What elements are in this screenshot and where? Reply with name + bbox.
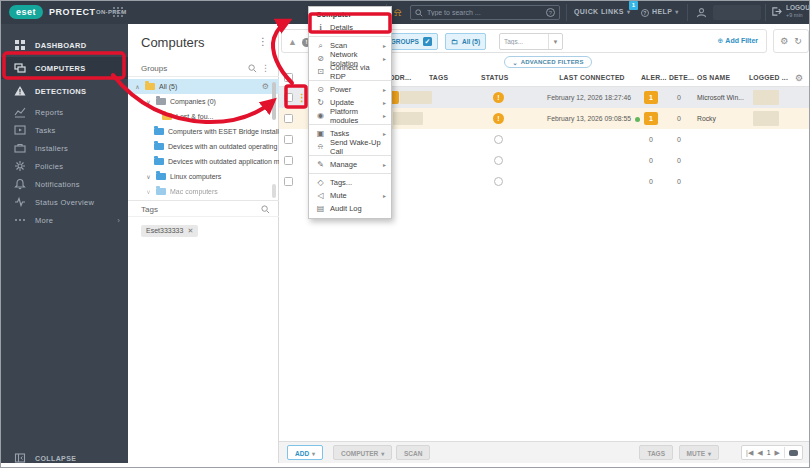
chevron-down-icon[interactable] — [145, 173, 152, 180]
checkbox-checked-icon[interactable]: ✓ — [423, 37, 432, 46]
tags-button[interactable]: TAGS — [639, 445, 673, 460]
prev-page-icon[interactable]: ◀ — [757, 449, 762, 457]
menu-item-manage[interactable]: ✎Manage — [309, 158, 391, 171]
tree-item-eset-bridge[interactable]: Computers with ESET Bridge installed — [128, 124, 279, 139]
menu-item-audit-log[interactable]: ▤Audit Log — [309, 202, 391, 215]
tree-item-linux[interactable]: Linux computers — [128, 169, 279, 184]
computer-button[interactable]: COMPUTER — [333, 445, 392, 460]
advanced-filters-button[interactable]: ⌄ ADVANCED FILTERS — [504, 56, 592, 68]
row-checkbox[interactable] — [284, 135, 293, 144]
groups-menu-button[interactable]: ⋮ — [261, 63, 270, 73]
bell-icon[interactable]: ⍾ — [394, 5, 401, 19]
detections-count: 0 — [672, 157, 686, 164]
search-help-icon[interactable]: ? — [546, 8, 555, 17]
collapse-icon — [14, 452, 26, 464]
tree-item-outdated-modules[interactable]: Devices with outdated application mo... — [128, 154, 279, 169]
col-last-connected[interactable]: LAST CONNECTED — [536, 74, 648, 81]
scrollbar-thumb[interactable] — [272, 82, 276, 120]
sidebar-item-detections[interactable]: DETECTIONS — [1, 80, 128, 102]
computers-icon — [14, 62, 26, 74]
logout-icon — [771, 6, 782, 17]
sidebar-item-notifications[interactable]: Notifications — [1, 175, 128, 193]
menu-item-details[interactable]: iDetails — [309, 21, 391, 34]
session-timer: +9 min — [786, 12, 810, 18]
tags-filter-input[interactable] — [500, 38, 540, 45]
gear-icon[interactable]: ⚙ — [262, 82, 269, 91]
alerts-count: 0 — [644, 157, 658, 164]
help-menu[interactable]: ?HELP — [641, 8, 679, 17]
sidebar-item-more[interactable]: More › — [1, 211, 128, 229]
sidebar-item-status-overview[interactable]: Status Overview — [1, 193, 128, 211]
menu-item-power[interactable]: ⊙Power — [309, 83, 391, 96]
row-checkbox[interactable] — [284, 177, 293, 186]
row-checkbox[interactable] — [284, 114, 293, 123]
col-tags[interactable]: TAGS — [429, 74, 448, 81]
tree-item-all[interactable]: All (5) ⚙ — [128, 79, 279, 94]
refresh-icon[interactable]: ↻ — [794, 36, 802, 46]
global-search[interactable]: ? — [410, 5, 560, 20]
feedback-icon[interactable] — [789, 450, 798, 456]
scan-button[interactable]: SCAN — [396, 445, 430, 460]
tree-item-companies[interactable]: Companies (0) — [128, 94, 279, 109]
tree-item-mac[interactable]: Mac computers — [128, 184, 279, 199]
groups-header: Groups ⋮ — [128, 60, 279, 77]
col-logged[interactable]: LOGGED ... — [749, 74, 788, 81]
chevron-down-icon[interactable] — [145, 98, 152, 105]
more-icon — [14, 214, 26, 226]
col-status[interactable]: STATUS — [481, 74, 508, 81]
chevron-down-icon[interactable]: ▼ — [548, 34, 562, 49]
tags-search-icon[interactable] — [261, 205, 270, 214]
page-number: 1 — [767, 449, 771, 456]
search-icon — [415, 9, 423, 17]
add-filter-button[interactable]: ⊕Add Filter — [717, 37, 758, 45]
select-all-checkbox[interactable] — [284, 73, 293, 82]
app-grid-icon[interactable] — [113, 7, 124, 18]
chevron-down-icon[interactable] — [145, 188, 152, 195]
tags-filter[interactable]: ▼ — [499, 33, 563, 50]
product-name: PROTECT — [49, 7, 96, 17]
sidebar-item-tasks[interactable]: Tasks — [1, 121, 128, 139]
warning-filter-icon[interactable]: ▲ — [288, 37, 297, 47]
col-os-name[interactable]: OS NAME — [697, 74, 730, 81]
quick-links-menu[interactable]: QUICK LINKS — [574, 8, 630, 15]
sidebar-item-policies[interactable]: Policies — [1, 157, 128, 175]
chevron-up-icon[interactable] — [134, 83, 141, 90]
group-filter-chip[interactable]: 🗀 All (5) — [445, 33, 486, 50]
tree-item-lost-found[interactable]: Lost & fou... — [128, 109, 279, 124]
scrollbar-thumb[interactable] — [272, 184, 276, 198]
search-input[interactable] — [427, 9, 542, 16]
menu-item-wake-up-call[interactable]: ⍾Send Wake-Up Call — [309, 140, 391, 153]
sidebar-item-computers[interactable]: COMPUTERS — [1, 57, 128, 79]
add-button[interactable]: ADD — [287, 445, 323, 460]
dynamic-group-icon — [154, 158, 164, 165]
logout-button[interactable]: LOGOUT +9 min — [771, 4, 810, 18]
groups-search-icon[interactable] — [248, 64, 257, 73]
menu-item-connect-rdp[interactable]: ⊡Connect via RDP — [309, 65, 391, 78]
status-empty-icon — [494, 156, 503, 165]
tag-chip[interactable]: Eset333333✕ — [141, 225, 198, 237]
next-page-icon[interactable]: ▶ — [775, 449, 780, 457]
gear-icon[interactable]: ⚙ — [795, 73, 803, 83]
sidebar-item-reports[interactable]: Reports — [1, 103, 128, 121]
row-checkbox[interactable] — [284, 156, 293, 165]
user-icon[interactable] — [696, 7, 707, 18]
first-page-icon[interactable]: |◀ — [746, 449, 753, 457]
col-alerts[interactable]: ALER... — [641, 74, 667, 81]
collapse-button[interactable]: COLLAPSE — [1, 448, 128, 468]
panel-menu-button[interactable]: ⋮ — [258, 36, 268, 47]
menu-item-tags[interactable]: ◇Tags... — [309, 176, 391, 189]
col-detections[interactable]: DETE... — [669, 74, 694, 81]
sidebar-item-installers[interactable]: Installers — [1, 139, 128, 157]
mute-button[interactable]: MUTE — [679, 445, 719, 460]
row-menu-button[interactable]: ⋮ — [297, 91, 307, 104]
gear-icon[interactable]: ⚙ — [780, 36, 788, 46]
menu-item-platform-modules[interactable]: ◉Platform modules — [309, 109, 391, 122]
row-checkbox[interactable] — [284, 93, 293, 102]
tree-item-outdated-os[interactable]: Devices with an outdated operating sy... — [128, 139, 279, 154]
reports-icon — [14, 106, 26, 118]
computer-name-redacted — [393, 112, 423, 125]
close-icon[interactable]: ✕ — [187, 227, 193, 234]
sidebar-item-dashboard[interactable]: DASHBOARD — [1, 34, 128, 56]
menu-item-mute[interactable]: ◁Mute — [309, 189, 391, 202]
tasks-menu-icon: ▣ — [316, 129, 325, 138]
